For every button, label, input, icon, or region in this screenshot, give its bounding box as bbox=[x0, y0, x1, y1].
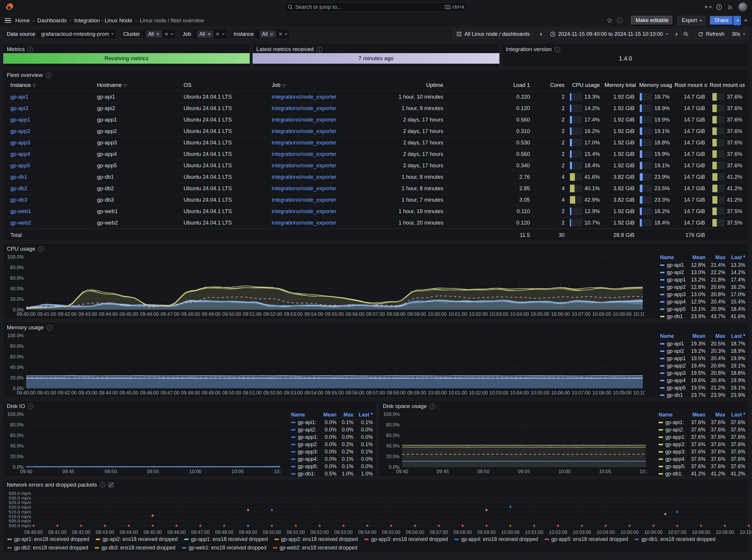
column-header[interactable]: Memory usage bbox=[637, 82, 672, 88]
instance-link[interactable]: gp-app2 bbox=[10, 128, 30, 134]
legend-series-name[interactable]: gp-api2: bbox=[659, 426, 686, 434]
legend-header[interactable]: Last * bbox=[725, 411, 745, 419]
variable-selected-chip[interactable]: All✕ bbox=[260, 31, 276, 38]
job-link[interactable]: integrations/node_exporter bbox=[272, 94, 336, 100]
network-errors-plot[interactable]: 535.0 mp/s530.0 mp/s525.0 mp/s520.0 mp/s… bbox=[5, 489, 752, 536]
column-header[interactable]: Cores bbox=[532, 82, 567, 88]
legend-series-name[interactable]: gp-app1: bbox=[659, 434, 686, 441]
column-header[interactable]: Instance▽ bbox=[8, 82, 95, 88]
legend-series-name[interactable]: gp-app2 bbox=[660, 283, 686, 291]
legend-item[interactable]: gp-api1: ens18 received dropped bbox=[7, 536, 89, 542]
legend-series-name[interactable]: gp-app4 bbox=[660, 298, 686, 305]
remove-value-icon[interactable]: ✕ bbox=[156, 32, 160, 37]
instance-link[interactable]: gp-api2 bbox=[10, 105, 28, 111]
legend-series-name[interactable]: gp-app5: bbox=[291, 463, 318, 470]
legend-series-name[interactable]: gp-app1: bbox=[291, 434, 318, 441]
legend-series-name[interactable]: gp-app5: bbox=[659, 463, 686, 470]
job-link[interactable]: integrations/node_exporter bbox=[272, 220, 336, 226]
legend-item[interactable]: gp-db2: ens18 received dropped bbox=[7, 545, 88, 551]
legend-series-name[interactable]: gp-api2 bbox=[660, 269, 686, 276]
legend-series-name[interactable]: gp-app3: bbox=[291, 448, 318, 456]
job-link[interactable]: integrations/node_exporter bbox=[272, 208, 336, 214]
breadcrumb-item[interactable]: Home bbox=[15, 17, 30, 24]
job-link[interactable]: integrations/node_exporter bbox=[272, 185, 336, 192]
legend-item[interactable]: gp-app5: ens18 received dropped bbox=[545, 536, 628, 542]
instance-link[interactable]: gp-db1 bbox=[10, 174, 27, 180]
column-header[interactable]: CPU usage bbox=[567, 82, 602, 88]
filter-funnel-icon[interactable]: ▽ bbox=[123, 83, 127, 88]
legend-item[interactable]: gp-app4: ens18 received dropped bbox=[455, 536, 538, 542]
legend-series-name[interactable]: gp-app1 bbox=[660, 276, 686, 283]
legend-item[interactable]: gp-app2: ens18 received dropped bbox=[274, 536, 358, 542]
legend-series-name[interactable]: gp-app3 bbox=[660, 369, 686, 377]
instance-link[interactable]: gp-web1 bbox=[10, 208, 31, 214]
legend-series-name[interactable]: gp-app5 bbox=[660, 384, 686, 392]
instance-link[interactable]: gp-web2 bbox=[10, 220, 31, 226]
share-button[interactable]: Share bbox=[710, 16, 733, 25]
export-button[interactable]: Export bbox=[677, 16, 706, 25]
legend-header[interactable]: Last * bbox=[353, 411, 373, 419]
column-header[interactable]: Hostname▽ bbox=[95, 82, 181, 88]
clear-values-icon[interactable]: ✕ bbox=[165, 32, 168, 37]
help-icon[interactable]: ? bbox=[716, 4, 722, 10]
breadcrumb-item[interactable]: Integration - Linux Node bbox=[74, 17, 132, 24]
legend-header[interactable]: Mean bbox=[686, 254, 706, 261]
legend-series-name[interactable]: gp-db1: bbox=[659, 470, 686, 478]
legend-header[interactable]: Mean bbox=[686, 333, 706, 340]
legend-header[interactable]: Name bbox=[291, 411, 318, 419]
legend-header[interactable]: Last * bbox=[725, 254, 745, 261]
info-icon[interactable]: i bbox=[47, 325, 52, 331]
legend-series-name[interactable]: gp-api1: bbox=[659, 419, 686, 426]
variable-value-picker[interactable]: All✕✕ bbox=[257, 29, 289, 39]
favorite-star-icon[interactable]: ☆ bbox=[606, 16, 613, 25]
job-link[interactable]: integrations/node_exporter bbox=[272, 151, 336, 157]
news-icon[interactable] bbox=[727, 4, 733, 10]
legend-item[interactable]: gp-web2: ens18 received dropped bbox=[273, 545, 358, 551]
legend-series-name[interactable]: gp-db1 bbox=[660, 313, 686, 320]
column-header[interactable]: Uptime bbox=[358, 82, 446, 88]
legend-header[interactable]: Last * bbox=[725, 333, 745, 340]
variable-selected-chip[interactable]: All✕ bbox=[146, 31, 162, 38]
legend-series-name[interactable]: gp-db1 bbox=[660, 392, 686, 399]
remove-value-icon[interactable]: ✕ bbox=[270, 32, 273, 37]
share-caret-button[interactable] bbox=[733, 16, 741, 25]
legend-series-name[interactable]: gp-app3 bbox=[660, 291, 686, 298]
instance-link[interactable]: gp-app3 bbox=[10, 139, 30, 145]
legend-series-name[interactable]: gp-app2 bbox=[660, 362, 686, 369]
search-input[interactable]: Search or jump to... ctrl+k bbox=[284, 2, 468, 12]
disk-space-plot[interactable]: 0.0%20.0%40.0%60.0%80.0%100.0%09:4009:45… bbox=[382, 411, 648, 475]
legend-series-name[interactable]: gp-api1 bbox=[660, 340, 686, 347]
info-icon[interactable]: i bbox=[100, 482, 105, 488]
variable-value-picker[interactable]: All✕✕ bbox=[143, 29, 175, 39]
column-header[interactable]: OS bbox=[181, 82, 269, 88]
instance-link[interactable]: gp-app1 bbox=[10, 117, 30, 123]
job-link[interactable]: integrations/node_exporter bbox=[272, 162, 336, 168]
job-link[interactable]: integrations/node_exporter bbox=[272, 117, 336, 123]
info-icon[interactable]: i bbox=[38, 246, 44, 252]
refresh-interval-picker[interactable]: 30s bbox=[728, 29, 749, 39]
legend-header[interactable]: Max bbox=[706, 333, 726, 340]
legend-series-name[interactable]: gp-app4: bbox=[659, 456, 686, 463]
legend-header[interactable]: Mean bbox=[686, 411, 706, 419]
info-icon[interactable]: i bbox=[27, 47, 33, 52]
collapse-topbar-icon[interactable] bbox=[745, 19, 747, 22]
legend-series-name[interactable]: gp-api2 bbox=[660, 347, 686, 355]
time-range-picker[interactable]: 2024-11-15 09:40:00 to 2024-11-15 10:10:… bbox=[546, 29, 671, 39]
legend-header[interactable]: Max bbox=[706, 254, 726, 261]
outlier-filter-icon[interactable] bbox=[109, 482, 114, 487]
legend-series-name[interactable]: gp-app2: bbox=[659, 441, 686, 448]
job-link[interactable]: integrations/node_exporter bbox=[272, 197, 336, 203]
legend-series-name[interactable]: gp-db1: bbox=[291, 470, 318, 478]
legend-series-name[interactable]: gp-app2: bbox=[291, 441, 318, 448]
instance-link[interactable]: gp-db2 bbox=[10, 185, 27, 192]
user-avatar[interactable] bbox=[738, 3, 747, 12]
info-icon[interactable]: i bbox=[430, 404, 435, 409]
instance-link[interactable]: gp-db3 bbox=[10, 197, 27, 203]
column-header[interactable]: Root mount used bbox=[707, 82, 745, 88]
legend-item[interactable]: gp-api2: ens18 received dropped bbox=[96, 536, 178, 542]
dashboard-info-icon[interactable]: i bbox=[617, 18, 622, 23]
job-link[interactable]: integrations/node_exporter bbox=[272, 174, 336, 180]
legend-header[interactable]: Name bbox=[659, 411, 686, 419]
refresh-button[interactable]: Refresh bbox=[694, 29, 728, 39]
legend-header[interactable]: Max bbox=[706, 411, 726, 419]
